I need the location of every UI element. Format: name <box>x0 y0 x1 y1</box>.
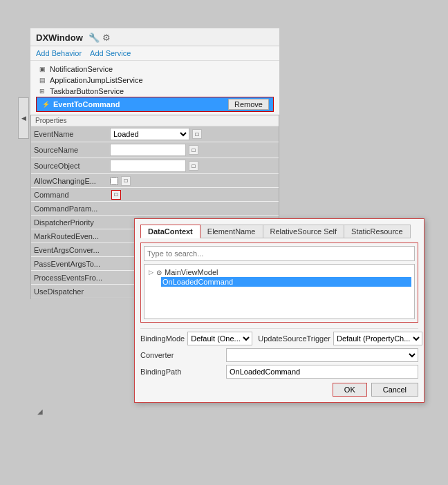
properties-title: Properties <box>31 115 279 126</box>
bindingpath-input[interactable] <box>226 365 418 379</box>
prop-label-markrouted: MarkRoutedEven... <box>34 232 110 240</box>
prop-label-passeventargs: PassEventArgsTo... <box>34 260 110 268</box>
taskbar-icon: ⊞ <box>37 86 47 96</box>
tree-node-root[interactable]: ▷ ⊙ MainViewModel <box>147 267 411 277</box>
expand-icon: ▷ <box>149 269 153 276</box>
property-row-sourceobject: SourceObject □ <box>31 158 279 174</box>
converter-row: Converter <box>140 348 418 362</box>
binding-content-panel: ▷ ⊙ MainViewModel OnLoadedCommand <box>140 242 418 323</box>
binding-mode-select[interactable]: Default (One... <box>187 332 252 345</box>
binding-bottom-fields: BindingMode Default (One... UpdateSource… <box>140 328 418 379</box>
property-row-allowchanging: AllowChangingE... □ <box>31 174 279 188</box>
allowchanging-browse-btn[interactable]: □ <box>121 176 131 186</box>
tree-node-onloadedcommand[interactable]: OnLoadedCommand <box>161 277 411 287</box>
allowchanging-checkbox[interactable] <box>110 177 118 185</box>
property-row-sourcename: SourceName □ <box>31 142 279 158</box>
viewmodel-icon: ⊙ <box>156 269 162 276</box>
tab-datacontext[interactable]: DataContext <box>140 225 200 238</box>
prop-label-dispatcher: DispatcherPriority <box>34 218 110 227</box>
tab-staticresource[interactable]: StaticResource <box>344 225 411 238</box>
property-row-eventname: EventName Loaded □ <box>31 126 279 142</box>
selected-service-row[interactable]: ⚡ EventToCommand Remove <box>36 97 274 112</box>
services-list: ▣ NotificationService ▤ ApplicationJumpL… <box>30 61 279 115</box>
prop-label-commandparam: CommandParam... <box>34 205 110 213</box>
binding-tree: ▷ ⊙ MainViewModel OnLoadedCommand <box>144 264 415 319</box>
cancel-button[interactable]: Cancel <box>371 383 418 397</box>
notification-icon: ▣ <box>37 64 47 74</box>
gear-icon[interactable]: ⚙ <box>102 32 111 43</box>
update-source-select[interactable]: Default (PropertyCh... <box>333 332 422 345</box>
converter-select[interactable] <box>226 348 418 362</box>
list-item[interactable]: ⊞ TaskbarButtonService <box>36 86 274 97</box>
corner-marker: ◢ <box>37 408 43 415</box>
binding-dialog: DataContext ElementName RelativeSource S… <box>134 218 424 403</box>
ok-button[interactable]: OK <box>333 383 367 397</box>
tab-elementname[interactable]: ElementName <box>200 225 263 238</box>
binding-tabs: DataContext ElementName RelativeSource S… <box>140 225 418 238</box>
prop-label-command: Command <box>34 191 110 199</box>
add-service-button[interactable]: Add Service <box>90 49 131 57</box>
prop-label-eventname: EventName <box>34 130 110 138</box>
bindingpath-label: BindingPath <box>140 368 223 376</box>
tree-root-label: MainViewModel <box>165 268 218 276</box>
prop-label-eventargs: EventArgsConver... <box>34 246 110 254</box>
event-icon: ⚡ <box>41 99 50 109</box>
sourcename-input[interactable] <box>110 144 186 156</box>
tree-children: OnLoadedCommand <box>147 277 411 287</box>
title-bar: DXWindow 🔧 ⚙ <box>30 28 279 46</box>
remove-button[interactable]: Remove <box>228 99 269 110</box>
converter-label: Converter <box>140 351 223 359</box>
add-behavior-button[interactable]: Add Behavior <box>36 49 82 57</box>
tab-relativesource[interactable]: RelativeSource Self <box>263 225 345 238</box>
binding-mode-label: BindingMode <box>140 334 185 343</box>
prop-label-sourceobject: SourceObject <box>34 162 110 170</box>
selected-service-name: EventToCommand <box>53 100 120 108</box>
selected-command-label: OnLoadedCommand <box>162 278 233 286</box>
window-title: DXWindow <box>36 32 83 43</box>
service-name: NotificationService <box>50 65 113 73</box>
dialog-buttons: OK Cancel <box>140 383 418 397</box>
list-item[interactable]: ▣ NotificationService <box>36 64 274 75</box>
service-name: TaskbarButtonService <box>50 87 124 95</box>
sourcename-browse-btn[interactable]: □ <box>189 145 198 155</box>
command-browse-btn[interactable]: □ <box>111 190 121 200</box>
jumplist-icon: ▤ <box>37 75 47 85</box>
property-row-command: Command □ <box>31 188 279 202</box>
property-row-commandparam: CommandParam... <box>31 202 279 216</box>
binding-mode-row: BindingMode Default (One... UpdateSource… <box>140 332 418 345</box>
left-arrow-icon: ◀ <box>21 115 26 122</box>
left-collapse-handle[interactable]: ◀ <box>18 97 29 139</box>
list-item[interactable]: ▤ ApplicationJumpListService <box>36 75 274 86</box>
eventname-browse-btn[interactable]: □ <box>192 129 202 139</box>
sourceobject-browse-btn[interactable]: □ <box>189 161 198 171</box>
wrench-icon[interactable]: 🔧 <box>88 32 100 43</box>
toolbar: Add Behavior Add Service <box>30 46 279 61</box>
bindingpath-row: BindingPath <box>140 365 418 379</box>
update-source-label: UpdateSourceTrigger <box>258 334 330 343</box>
sourceobject-input[interactable] <box>110 160 186 172</box>
prop-label-allowchanging: AllowChangingE... <box>34 177 110 185</box>
binding-search-input[interactable] <box>144 246 415 261</box>
eventname-select[interactable]: Loaded <box>110 128 189 140</box>
service-name: ApplicationJumpListService <box>50 76 143 84</box>
prop-label-sourcename: SourceName <box>34 146 110 154</box>
prop-label-usedispatcher: UseDispatcher <box>34 287 110 296</box>
prop-label-processevents: ProcessEventsFro... <box>34 274 110 282</box>
